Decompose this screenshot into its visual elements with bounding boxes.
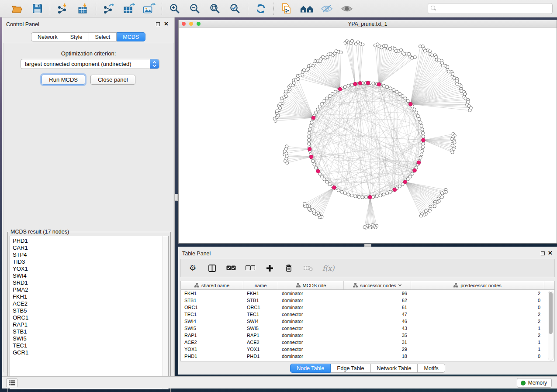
select-all-rows-button[interactable] bbox=[226, 262, 236, 274]
table-scrollbar[interactable] bbox=[548, 291, 554, 361]
mcds-result-item[interactable]: FKH1 bbox=[10, 293, 168, 300]
mcds-result-item[interactable]: CAR1 bbox=[10, 244, 168, 251]
criterion-dropdown[interactable]: largest connected component (undirected) bbox=[21, 59, 159, 69]
network-window-titlebar[interactable]: YPA_prune.txt_1 bbox=[179, 20, 557, 28]
import-table-button[interactable] bbox=[76, 2, 90, 15]
table-row[interactable]: STB1STB1dominator620 bbox=[181, 297, 554, 304]
tab-network[interactable]: Network bbox=[31, 32, 64, 41]
open-file-button[interactable] bbox=[10, 2, 24, 15]
network-canvas[interactable] bbox=[179, 28, 557, 243]
result-list-scrollbar[interactable] bbox=[163, 236, 168, 389]
first-neighbors-button[interactable] bbox=[300, 2, 314, 15]
table-row[interactable]: RAP1RAP1dominator352 bbox=[181, 332, 554, 339]
mcds-result-item[interactable]: TID3 bbox=[10, 258, 168, 265]
column-header-MCDS-role[interactable]: MCDS role bbox=[278, 281, 344, 289]
tab-node-table[interactable]: Node Table bbox=[290, 364, 331, 373]
run-mcds-button[interactable]: Run MCDS bbox=[42, 75, 85, 85]
mcds-result-item[interactable]: GCR1 bbox=[10, 349, 168, 356]
table-row[interactable]: TEC1TEC1connector472 bbox=[181, 311, 554, 318]
column-header-shared-name[interactable]: shared name bbox=[181, 281, 243, 289]
zoom-fit-button[interactable] bbox=[208, 2, 222, 15]
tab-motifs[interactable]: Motifs bbox=[418, 364, 445, 373]
table-row[interactable]: ORC1ORC1dominator610 bbox=[181, 304, 554, 311]
folder-open-icon bbox=[11, 3, 23, 14]
zoom-in-button[interactable] bbox=[168, 2, 182, 15]
table-row[interactable]: ACE2ACE2connector311 bbox=[181, 339, 554, 346]
control-panel-titlebar: Control Panel ✕ bbox=[2, 17, 174, 31]
table-scrollbar-thumb[interactable] bbox=[549, 292, 553, 334]
mcds-result-item[interactable]: SRD1 bbox=[10, 279, 168, 286]
export-network-icon bbox=[103, 3, 115, 14]
close-panel-icon[interactable]: ✕ bbox=[164, 21, 169, 27]
search-icon bbox=[431, 6, 436, 11]
mcds-result-item[interactable]: SWI4 bbox=[10, 272, 168, 279]
save-session-button[interactable] bbox=[30, 2, 44, 15]
zoom-in-icon bbox=[169, 3, 180, 14]
mcds-result-item[interactable]: SWI5 bbox=[10, 335, 168, 342]
memory-status-icon bbox=[521, 381, 526, 385]
tab-mcds[interactable]: MCDS bbox=[117, 32, 145, 41]
mcds-result-item[interactable]: PHD1 bbox=[10, 237, 168, 244]
duplicate-network-button[interactable] bbox=[280, 2, 294, 15]
close-table-panel-icon[interactable]: ✕ bbox=[548, 250, 553, 256]
float-panel-icon[interactable] bbox=[156, 22, 160, 26]
cell: TEC1 bbox=[181, 311, 243, 318]
vertical-splitter-handle[interactable] bbox=[175, 194, 178, 201]
import-network-button[interactable] bbox=[56, 2, 70, 15]
mcds-result-item[interactable]: STB5 bbox=[10, 307, 168, 314]
hide-selected-button[interactable] bbox=[320, 2, 334, 15]
table-row[interactable]: SWI4SWI4dominator462 bbox=[181, 318, 554, 325]
float-table-panel-icon[interactable] bbox=[541, 251, 545, 255]
deselect-all-rows-button[interactable] bbox=[246, 262, 255, 274]
table-panel-title: Table Panel bbox=[182, 251, 211, 257]
table-row[interactable]: FKH1FKH1dominator962 bbox=[181, 290, 554, 297]
cell: FKH1 bbox=[243, 290, 278, 297]
cell: 47 bbox=[344, 311, 411, 318]
column-header-successor-nodes[interactable]: successor nodes bbox=[344, 281, 411, 289]
mcds-result-item[interactable]: ACE2 bbox=[10, 300, 168, 307]
mcds-result-item[interactable]: STB1 bbox=[10, 328, 168, 335]
show-columns-button[interactable] bbox=[207, 262, 217, 274]
memory-button[interactable]: Memory bbox=[517, 378, 552, 388]
zoom-selected-icon bbox=[229, 3, 241, 14]
tab-style[interactable]: Style bbox=[64, 32, 89, 41]
tab-edge-table[interactable]: Edge Table bbox=[331, 364, 370, 373]
column-header-predecessor-nodes[interactable]: predecessor nodes bbox=[411, 281, 544, 289]
table-row[interactable]: YOX1YOX1connector291 bbox=[181, 346, 554, 353]
export-network-button[interactable] bbox=[102, 2, 116, 15]
table-settings-button[interactable]: ⚙ bbox=[188, 262, 197, 274]
mcds-result-item[interactable]: PMA2 bbox=[10, 286, 168, 293]
add-column-button[interactable] bbox=[265, 262, 274, 274]
export-image-button[interactable] bbox=[142, 2, 156, 15]
table-header-row: shared namenameMCDS rolesuccessor nodesp… bbox=[181, 281, 554, 290]
function-builder-button[interactable]: f(x) bbox=[322, 262, 334, 274]
cell: RAP1 bbox=[181, 332, 243, 339]
tab-select[interactable]: Select bbox=[89, 32, 117, 41]
zoom-selected-button[interactable] bbox=[228, 2, 242, 15]
tab-network-table[interactable]: Network Table bbox=[371, 364, 418, 373]
search-input[interactable] bbox=[439, 6, 550, 12]
refresh-view-button[interactable] bbox=[254, 2, 268, 15]
task-history-button[interactable] bbox=[6, 378, 17, 387]
mcds-result-list[interactable]: PHD1CAR1STP4TID3YOX1SWI4SRD1PMA2FKH1ACE2… bbox=[10, 236, 169, 389]
delete-table-button[interactable] bbox=[303, 262, 313, 274]
mcds-result-item[interactable]: TEC1 bbox=[10, 342, 168, 349]
table-row[interactable]: PHD1PHD1dominator180 bbox=[181, 353, 554, 360]
close-panel-button[interactable]: Close panel bbox=[90, 75, 135, 85]
mcds-result-title: MCDS result (17 nodes) bbox=[9, 229, 70, 235]
mcds-result-item[interactable]: RAP1 bbox=[10, 321, 168, 328]
mcds-result-item[interactable]: STP4 bbox=[10, 251, 168, 258]
mcds-result-item[interactable]: ORC1 bbox=[10, 314, 168, 321]
mcds-result-item[interactable]: YOX1 bbox=[10, 265, 168, 272]
tree-icon bbox=[453, 283, 458, 288]
delete-column-button[interactable] bbox=[284, 262, 294, 274]
eye-icon bbox=[340, 4, 353, 14]
table-row[interactable]: SWI5SWI5connector431 bbox=[181, 325, 554, 332]
zoom-out-button[interactable] bbox=[188, 2, 202, 15]
column-header-name[interactable]: name bbox=[243, 281, 278, 289]
show-all-button[interactable] bbox=[340, 2, 354, 15]
cell: connector bbox=[278, 311, 344, 318]
node-table[interactable]: shared namenameMCDS rolesuccessor nodesp… bbox=[180, 281, 555, 361]
network-search-field[interactable] bbox=[428, 3, 553, 14]
export-table-button[interactable] bbox=[122, 2, 136, 15]
